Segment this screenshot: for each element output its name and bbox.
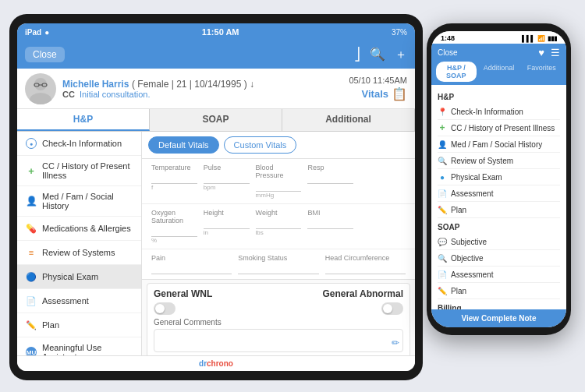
edit-icon: ✏️ (25, 319, 37, 331)
sidebar-item-ros[interactable]: ≡ Review of Systems (17, 241, 141, 265)
patient-date: 05/10 11:45AM (349, 76, 407, 85)
sidebar-item-label: Meaningful Use Assistant (42, 343, 133, 355)
edit-pencil-icon: ✏ (392, 337, 399, 348)
dr-logo-text: dr (199, 359, 207, 368)
iphone-plan-label: Plan (451, 206, 466, 214)
sidebar-item-label: Review of Systems (42, 248, 115, 257)
iphone-heart-icon[interactable]: ♥ (538, 47, 544, 58)
patient-info: Michelle Harris ( Female | 21 | 10/14/19… (62, 78, 349, 99)
iphone-body-icon: ● (438, 172, 447, 182)
wifi-icon: ● (44, 28, 49, 37)
vitals-toggle: Default Vitals Custom Vitals (142, 132, 415, 159)
iphone-objective-label: Objective (451, 254, 484, 263)
patient-details: ( Female | 21 | 10/14/1995 ) ↓ (132, 79, 254, 90)
vital-pulse: Pulse bpm (200, 162, 253, 200)
person-icon: 👤 (25, 195, 37, 207)
general-abnormal-toggle[interactable] (381, 302, 403, 315)
iphone-ros-label: Review of System (451, 157, 513, 165)
cc-value[interactable]: Initial consultation. (80, 90, 151, 99)
iphone-soap-assess-icon: 📄 (438, 270, 447, 279)
iphone-plan-icon: ✏️ (438, 205, 447, 214)
sidebar-item-medications[interactable]: 💊 Medications & Allergies (17, 217, 141, 241)
iphone-cc[interactable]: + CC / History of Present Illness (438, 120, 560, 136)
tab-hp[interactable]: H&P (17, 109, 150, 131)
sidebar-item-cc[interactable]: + CC / History of Present Illness (17, 156, 141, 186)
iphone-soap-plan[interactable]: ✏️ Plan (438, 283, 560, 299)
general-comments-field[interactable]: ✏ (154, 329, 403, 352)
iphone-menu-icon[interactable]: ☰ (551, 47, 560, 58)
iphone-view-note-button[interactable]: View Complete Note (431, 309, 566, 327)
general-abnormal-label: General Abnormal (322, 288, 403, 299)
iphone-cc-label: CC / History of Present Illness (451, 124, 555, 132)
iphone-medfam[interactable]: 👤 Med / Fam / Social History (438, 136, 560, 153)
iphone-time: 1:48 (441, 34, 455, 42)
share-icon[interactable]: ⎦ (354, 47, 360, 63)
ipad-label: iPad (25, 28, 41, 37)
iphone-close-text[interactable]: Close (438, 48, 458, 57)
iphone-status-bar: 1:48 ▌▌▌ 📶 ▮▮▮ (431, 31, 566, 44)
iphone-plan[interactable]: ✏️ Plan (438, 202, 560, 218)
iphone-soap-assessment-label: Assessment (451, 270, 493, 279)
patient-cc: CC Initial consultation. (62, 90, 349, 99)
sidebar-item-checkin[interactable]: ● Check-In Information (17, 132, 141, 156)
pill-icon: 💊 (25, 222, 37, 235)
vital-bp: Blood Pressure mmHg (253, 162, 305, 200)
iphone-soap-plan-icon: ✏️ (438, 286, 447, 295)
default-vitals-button[interactable]: Default Vitals (148, 136, 219, 154)
sidebar-item-label: Physical Exam (42, 272, 98, 281)
header-icons: ⎦ 🔍 ＋ (354, 47, 407, 63)
iphone-location-icon: 📍 (438, 107, 447, 116)
iphone-objective[interactable]: 🔍 Objective (438, 250, 560, 267)
iphone-subjective-label: Subjective (451, 238, 487, 246)
close-button[interactable]: Close (25, 47, 65, 62)
sidebar-item-label: Check-In Information (42, 139, 122, 148)
iphone-assessment-label: Assessment (451, 189, 493, 198)
general-wnl-toggle[interactable] (154, 302, 176, 315)
iphone-checkin[interactable]: 📍 Check-In Information (438, 104, 560, 120)
iphone-tab-additional[interactable]: Additional (479, 62, 519, 82)
iphone-screen: 1:48 ▌▌▌ 📶 ▮▮▮ Close ♥ ☰ H&P / SOAP Addi… (431, 31, 566, 327)
iphone-content: H&P 📍 Check-In Information + CC / Histor… (431, 85, 566, 309)
drchrono-logo: drchrono (17, 355, 415, 371)
iphone-billing-header: Billing (438, 304, 560, 309)
status-right: 37% (392, 28, 407, 37)
iphone-ros[interactable]: 🔍 Review of System (438, 153, 560, 169)
iphone-checkin-label: Check-In Information (451, 108, 523, 116)
right-panel: Default Vitals Custom Vitals Temperature… (142, 132, 415, 355)
vitals-button[interactable]: Vitals (362, 88, 388, 100)
general-wnl-row: General WNL General Abnormal (154, 288, 403, 299)
vitals-row-1: Temperature f Pulse bpm Blood Pressure m… (142, 159, 415, 204)
iphone-soap-assessment[interactable]: 📄 Assessment (438, 267, 560, 283)
vitals-row-2: Oxygen Saturation % Height in Weight lbs (142, 204, 415, 249)
add-icon[interactable]: ＋ (395, 47, 407, 63)
vital-height: Height in (200, 207, 253, 245)
tab-additional[interactable]: Additional (282, 109, 415, 131)
sidebar-item-assessment[interactable]: 📄 Assessment (17, 289, 141, 313)
dr-logo-chrono: chrono (207, 359, 233, 368)
iphone-tabs: H&P / SOAP Additional Favorites (431, 62, 566, 85)
custom-vitals-button[interactable]: Custom Vitals (224, 136, 297, 154)
iphone-tab-favorites[interactable]: Favorites (521, 62, 562, 82)
iphone-status-right: ▌▌▌ 📶 ▮▮▮ (522, 35, 557, 42)
tab-soap[interactable]: SOAP (150, 109, 282, 131)
search-icon[interactable]: 🔍 (370, 47, 385, 63)
vital-bmi: BMI (304, 207, 356, 245)
iphone-assessment[interactable]: 📄 Assessment (438, 185, 560, 202)
sidebar-item-physexam[interactable]: 🔵 Physical Exam (17, 265, 141, 289)
sidebar-item-plan[interactable]: ✏️ Plan (17, 313, 141, 337)
general-wnl-label: General WNL (154, 288, 212, 299)
iphone-subjective[interactable]: 💬 Subjective (438, 234, 560, 250)
doc-icon: 📄 (25, 295, 37, 307)
iphone-ros-icon: 🔍 (438, 156, 447, 165)
svg-point-0 (34, 78, 47, 90)
iphone-header: Close ♥ ☰ (431, 44, 566, 62)
iphone-tab-hp-soap[interactable]: H&P / SOAP (436, 62, 477, 82)
general-toggle-row (154, 302, 403, 315)
sidebar-item-medfam[interactable]: 👤 Med / Fam / Social History (17, 186, 141, 217)
iphone-physexam[interactable]: ● Physical Exam (438, 169, 560, 185)
sidebar-item-label: Plan (42, 320, 59, 330)
iphone-cross-icon: + (438, 123, 447, 132)
iphone-header-icons: ♥ ☰ (538, 47, 560, 58)
sidebar-item-label: Medications & Allergies (42, 224, 131, 233)
sidebar-item-mu[interactable]: MU Meaningful Use Assistant (17, 337, 141, 355)
